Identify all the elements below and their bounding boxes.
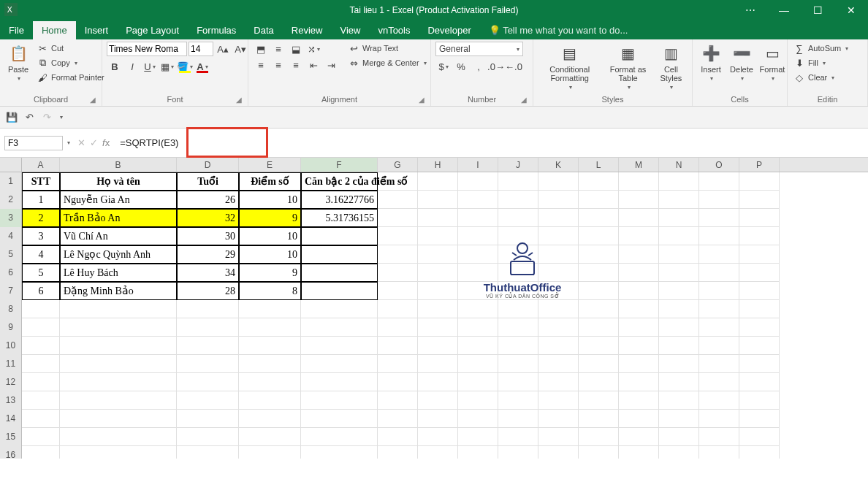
cell-F14[interactable] [301,410,378,428]
cell-G4[interactable] [378,227,418,245]
cell-P15[interactable] [739,428,780,446]
percent-icon[interactable]: % [453,59,469,74]
cell-N8[interactable] [659,300,699,318]
cell-J3[interactable] [498,209,538,227]
select-all-corner[interactable] [0,158,22,172]
fx-icon[interactable]: fx [102,137,110,148]
col-header-G[interactable]: G [378,158,418,172]
font-launcher[interactable]: ◢ [235,96,243,104]
cell-N15[interactable] [659,428,699,446]
cell-H13[interactable] [418,391,458,410]
cell-H8[interactable] [418,300,458,318]
cell-B16[interactable] [60,446,177,459]
row-header-3[interactable]: 3 [0,209,22,227]
col-header-O[interactable]: O [699,158,739,172]
cell-F2[interactable]: 3.16227766 [301,191,378,209]
cell-J2[interactable] [498,191,538,209]
cell-A11[interactable] [22,355,60,373]
name-box[interactable] [4,136,63,150]
cell-A9[interactable] [22,318,60,337]
cell-K15[interactable] [538,428,579,446]
cell-O5[interactable] [699,245,739,264]
merge-center-button[interactable]: ⇔Merge & Center▾ [346,56,428,69]
cell-D7[interactable]: 28 [177,282,239,300]
row-header-11[interactable]: 11 [0,355,22,373]
cell-H14[interactable] [418,410,458,428]
cell-F10[interactable] [301,337,378,355]
cell-I8[interactable] [458,300,498,318]
cell-A16[interactable] [22,446,60,459]
cell-P4[interactable] [739,227,780,245]
tab-vntools[interactable]: vnTools [369,21,419,39]
cell-E6[interactable]: 9 [239,264,301,282]
cell-A10[interactable] [22,337,60,355]
cell-G11[interactable] [378,355,418,373]
align-bottom-icon[interactable]: ⬓ [288,42,304,56]
align-left-icon[interactable]: ≡ [253,58,269,72]
format-painter-button[interactable]: 🖌Format Painter [35,71,106,84]
cell-M13[interactable] [619,391,659,410]
italic-button[interactable]: I [124,59,140,74]
col-header-J[interactable]: J [498,158,538,172]
cell-J15[interactable] [498,428,538,446]
clear-button[interactable]: ◇Clear▾ [792,71,850,84]
cell-D10[interactable] [177,337,239,355]
cell-J1[interactable] [498,172,538,191]
cell-M12[interactable] [619,373,659,391]
cell-E5[interactable]: 10 [239,245,301,264]
cell-H3[interactable] [418,209,458,227]
cell-G1[interactable] [378,172,418,191]
underline-button[interactable]: U▾ [142,59,158,74]
cell-J11[interactable] [498,355,538,373]
minimize-icon[interactable]: — [767,0,801,20]
cell-P6[interactable] [739,264,780,282]
namebox-drop[interactable]: ▾ [67,139,70,146]
cell-J10[interactable] [498,337,538,355]
formula-bar[interactable] [117,136,868,150]
cell-G5[interactable] [378,245,418,264]
cell-H10[interactable] [418,337,458,355]
cell-B7[interactable]: Đặng Minh Bảo [60,282,177,300]
cell-K11[interactable] [538,355,579,373]
cell-A14[interactable] [22,410,60,428]
cell-F4[interactable] [301,227,378,245]
cell-D8[interactable] [177,300,239,318]
cell-O14[interactable] [699,410,739,428]
increase-font-icon[interactable]: A▴ [215,42,231,56]
delete-cells-button[interactable]: ➖Delete▾ [728,42,755,83]
row-header-14[interactable]: 14 [0,410,22,428]
cell-B12[interactable] [60,373,177,391]
cell-N3[interactable] [659,209,699,227]
cell-D12[interactable] [177,373,239,391]
cell-F13[interactable] [301,391,378,410]
cell-G15[interactable] [378,428,418,446]
decrease-font-icon[interactable]: A▾ [232,42,248,56]
cell-E9[interactable] [239,318,301,337]
currency-icon[interactable]: $▾ [435,59,452,74]
cell-D13[interactable] [177,391,239,410]
insert-cells-button[interactable]: ➕Insert▾ [697,42,725,83]
cell-H5[interactable] [418,245,458,264]
row-header-12[interactable]: 12 [0,373,22,391]
cell-G9[interactable] [378,318,418,337]
cell-B11[interactable] [60,355,177,373]
cell-A6[interactable]: 5 [22,264,60,282]
increase-decimal-icon[interactable]: .0→ [488,59,504,74]
cell-L11[interactable] [579,355,619,373]
format-as-table-button[interactable]: ▦Format as Table▾ [604,42,651,92]
format-cells-button[interactable]: ▭Format▾ [758,42,786,83]
cell-L15[interactable] [579,428,619,446]
cell-F16[interactable] [301,446,378,459]
cell-J13[interactable] [498,391,538,410]
cell-I14[interactable] [458,410,498,428]
cell-P8[interactable] [739,300,780,318]
cell-G7[interactable] [378,282,418,300]
cell-H6[interactable] [418,264,458,282]
cell-F12[interactable] [301,373,378,391]
cell-H16[interactable] [418,446,458,459]
clipboard-launcher[interactable]: ◢ [88,96,97,104]
cell-E13[interactable] [239,391,301,410]
cell-M8[interactable] [619,300,659,318]
cell-I2[interactable] [458,191,498,209]
col-header-D[interactable]: D [177,158,239,172]
